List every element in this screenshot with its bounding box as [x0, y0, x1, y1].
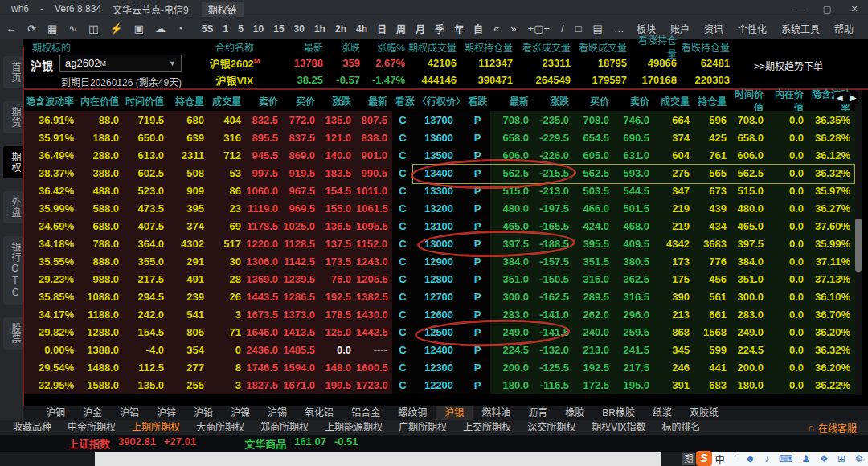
product-tab-铝合金[interactable]: 铝合金	[342, 406, 389, 420]
menu-帮助[interactable]: 帮助	[834, 22, 854, 35]
option-row-13500[interactable]: 36.49%288.0613.02311712945.5869.0140.090…	[24, 146, 855, 164]
market-tab-中金所期权[interactable]: 中金所期权	[59, 420, 124, 435]
alert-bell-icon[interactable]: ◔	[177, 22, 183, 35]
put-flag[interactable]: P	[465, 114, 490, 126]
product-tab-沪镍[interactable]: 沪镍	[222, 406, 259, 420]
market-tab-期权VIX指数[interactable]: 期权VIX指数	[583, 420, 653, 435]
option-row-13700[interactable]: 36.91%88.0719.5680404832.5772.0135.0807.…	[24, 111, 855, 129]
strike-price[interactable]: 12200	[413, 379, 465, 391]
period-button-周[interactable]: 周	[396, 22, 406, 35]
period-button-4h[interactable]: 4h	[356, 23, 367, 35]
option-row-12900[interactable]: 35.55%888.0355.0291301306.01142.5173.512…	[24, 252, 855, 270]
close-button[interactable]: ✕	[841, 0, 868, 18]
menu-个性化[interactable]: 个性化	[738, 22, 767, 35]
trend-line-icon[interactable]: ∿	[68, 22, 77, 35]
market-tab-上交所期权[interactable]: 上交所期权	[455, 420, 519, 435]
option-row-12700[interactable]: 35.85%1088.0294.5239261443.51286.5192.51…	[24, 288, 855, 305]
option-row-13100[interactable]: 34.69%688.0407.5374691178.51025.0136.510…	[24, 217, 855, 235]
sidebar-tab-外盘[interactable]: 外盘	[3, 191, 23, 223]
call-flag[interactable]: C	[392, 202, 413, 215]
strike-price[interactable]: 13100	[413, 220, 465, 232]
strike-price[interactable]: 12600	[413, 309, 465, 321]
period-button-2h[interactable]: 2h	[335, 23, 346, 35]
strike-price[interactable]: 12900	[413, 255, 465, 268]
product-tab-沪锡[interactable]: 沪锡	[259, 406, 296, 420]
period-button-1[interactable]: 1	[223, 23, 228, 35]
period-button-年[interactable]: 年	[454, 22, 464, 35]
ime-punctuation-icon[interactable]: ’	[734, 453, 736, 464]
maximize-button[interactable]: ▢	[813, 0, 841, 18]
period-button-日[interactable]: 日	[377, 22, 387, 35]
call-flag[interactable]: C	[392, 362, 413, 374]
draw-line-icon[interactable]: /	[561, 22, 564, 35]
sidebar-tab-银行OTC[interactable]: 银行OTC	[3, 236, 23, 305]
strike-price[interactable]: 12700	[413, 291, 465, 303]
refresh-icon[interactable]: ⟳	[27, 22, 36, 35]
product-tab-沪铅[interactable]: 沪铅	[185, 406, 222, 420]
collapse-down-icon[interactable]: »	[510, 22, 516, 35]
strike-price[interactable]: 13200	[413, 202, 465, 215]
strike-price[interactable]: 13500	[413, 149, 465, 161]
ime-language-icon[interactable]: 中	[715, 452, 725, 466]
put-flag[interactable]: P	[465, 309, 490, 321]
product-tab-氧化铝[interactable]: 氧化铝	[296, 406, 342, 420]
put-flag[interactable]: P	[465, 362, 490, 374]
ime-voice-icon[interactable]: ♪	[764, 453, 769, 464]
ime-keyboard-icon[interactable]: ⌨	[779, 453, 792, 464]
draw-rect-icon[interactable]: □	[575, 22, 582, 35]
product-tab-沥青[interactable]: 沥青	[519, 406, 556, 420]
period-button-季[interactable]: 季	[435, 22, 444, 35]
put-flag[interactable]: P	[465, 132, 490, 144]
period-button-5S[interactable]: 5S	[202, 23, 214, 35]
product-tab-沪锌[interactable]: 沪锌	[148, 406, 185, 420]
call-flag[interactable]: C	[392, 309, 413, 321]
call-flag[interactable]: C	[392, 167, 413, 179]
strike-price[interactable]: 13700	[413, 114, 465, 126]
sogou-logo-icon[interactable]: S	[696, 451, 712, 466]
call-flag[interactable]: C	[392, 132, 413, 144]
back-icon[interactable]: ←	[6, 22, 16, 35]
minimize-button[interactable]: —	[786, 0, 813, 18]
underlying-row-沪银2602[interactable]: 沪银2602M137883592.67%42106112347233111879…	[198, 55, 733, 72]
period-button-1h[interactable]: 1h	[314, 23, 326, 35]
call-flag[interactable]: C	[392, 149, 413, 161]
call-flag[interactable]: C	[392, 185, 413, 197]
call-flag[interactable]: C	[392, 326, 413, 338]
lightning-order-icon[interactable]: ⚡	[109, 22, 122, 35]
strike-price[interactable]: 12300	[413, 362, 465, 374]
period-button-月[interactable]: 月	[416, 22, 425, 35]
option-row-12200[interactable]: 32.95%1588.0135.025531827.51671.0199.517…	[24, 376, 855, 394]
product-tab-沪铜[interactable]: 沪铜	[37, 406, 74, 420]
option-trend-order-link[interactable]: >>期权趋势下单	[754, 59, 823, 72]
market-tab-深交所期权[interactable]: 深交所期权	[519, 420, 583, 435]
product-tab-双胶纸[interactable]: 双胶纸	[681, 406, 727, 420]
put-flag[interactable]: P	[465, 220, 490, 232]
product-tab-纸浆[interactable]: 纸浆	[644, 406, 681, 420]
cloud-icon[interactable]: ☁	[155, 22, 166, 35]
vertical-scrollbar[interactable]	[855, 90, 862, 395]
sidebar-tab-股票[interactable]: 股票	[3, 317, 23, 350]
collapse-up-icon[interactable]: «	[493, 22, 499, 35]
call-flag[interactable]: C	[392, 220, 413, 232]
menu-系统工具[interactable]: 系统工具	[781, 22, 820, 35]
period-button-30[interactable]: 30	[294, 23, 305, 35]
period-button-自[interactable]: 自	[473, 22, 483, 35]
page-right-icon[interactable]: ▶	[850, 93, 857, 102]
put-flag[interactable]: P	[465, 291, 490, 303]
ime-emoji-icon[interactable]: ☻	[745, 453, 755, 464]
kline-icon[interactable]: ◫	[88, 22, 98, 35]
quote-board-icon[interactable]: ▦	[47, 22, 57, 35]
option-row-13600[interactable]: 35.91%188.0650.0639316895.5837.5121.0838…	[24, 129, 855, 146]
market-tab-上期能源期权[interactable]: 上期能源期权	[317, 420, 391, 435]
sidebar-tab-首页[interactable]: 首页	[3, 56, 23, 88]
market-tab-郑商所期权[interactable]: 郑商所期权	[252, 420, 317, 435]
product-tab-橡胶[interactable]: 橡胶	[556, 406, 593, 420]
product-tab-BR橡胶[interactable]: BR橡胶	[593, 406, 644, 420]
more-icon[interactable]: …	[614, 22, 624, 35]
period-button-15[interactable]: 15	[273, 23, 284, 35]
scrollbar-thumb[interactable]	[855, 219, 862, 272]
product-tab-沪金[interactable]: 沪金	[74, 406, 111, 420]
market-tab-标的排名[interactable]: 标的排名	[653, 420, 708, 435]
put-flag[interactable]: P	[465, 273, 490, 285]
insert-column-icon[interactable]: +▢+	[528, 22, 550, 35]
